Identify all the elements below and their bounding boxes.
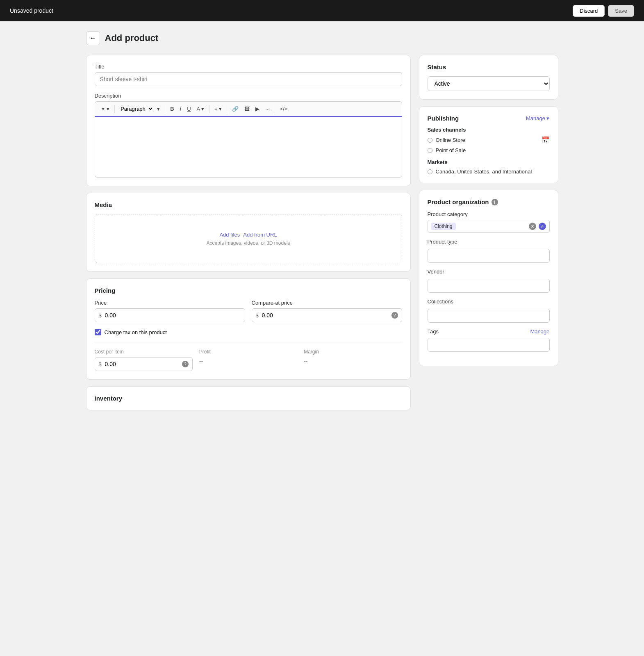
bold-button[interactable]: B [168, 104, 176, 114]
topbar-title: Unsaved product [10, 7, 53, 14]
description-section: Description ✦ ▾ Paragraph ▾ B I U A ▾ [95, 93, 402, 178]
remove-icon: ✕ [529, 223, 536, 230]
discard-button[interactable]: Discard [573, 5, 605, 17]
image-button[interactable]: 🖼 [242, 104, 252, 114]
calendar-icon[interactable]: 📅 [542, 136, 550, 144]
ai-toolbar-button[interactable]: ✦ ▾ [98, 104, 112, 114]
toolbar-divider-2 [165, 105, 165, 113]
compare-price-field: Compare-at price $ ? [252, 300, 402, 322]
italic-button[interactable]: I [177, 104, 184, 114]
pos-radio [428, 148, 432, 153]
price-wrap: $ [95, 308, 245, 322]
cost-prefix: $ [99, 361, 102, 367]
product-category-label: Product category [428, 211, 550, 217]
code-button[interactable]: </> [278, 105, 289, 114]
page-title: Add product [105, 33, 159, 43]
charge-tax-row: Charge tax on this product [95, 329, 402, 335]
cost-row: Cost per item $ ? Profit -- Margin -- [95, 349, 402, 371]
publishing-manage-button[interactable]: Manage ▾ [526, 115, 550, 121]
media-links: Add files Add from URL [219, 232, 277, 238]
cost-field: Cost per item $ ? [95, 349, 193, 371]
pos-label: Point of Sale [436, 147, 466, 153]
product-category-field: Product category Clothing ✕ ✓ [428, 211, 550, 233]
org-title: Product organization [428, 198, 489, 205]
save-button[interactable]: Save [608, 5, 634, 17]
sales-channels-label: Sales channels [428, 127, 550, 133]
paragraph-select[interactable]: Paragraph [117, 105, 154, 113]
title-label: Title [95, 64, 402, 70]
topbar-actions: Discard Save [573, 5, 634, 17]
price-input[interactable] [95, 308, 245, 322]
product-org-card: Product organization i Product category … [419, 190, 558, 366]
vendor-input[interactable] [428, 279, 550, 293]
compare-help-icon[interactable]: ? [391, 312, 398, 319]
video-button[interactable]: ▶ [253, 104, 262, 114]
org-title-row: Product organization i [428, 198, 550, 205]
profit-value: -- [199, 358, 297, 364]
toolbar-divider-5 [275, 105, 275, 113]
category-remove-button[interactable]: ✕ [529, 223, 536, 230]
cost-label: Cost per item [95, 349, 193, 355]
org-info-icon[interactable]: i [492, 199, 498, 205]
online-store-radio [428, 138, 432, 143]
category-tag: Clothing [431, 223, 456, 230]
category-confirm-button[interactable]: ✓ [539, 223, 546, 230]
toolbar-dropdown-btn[interactable]: ▾ [155, 104, 162, 114]
status-select[interactable]: Active Draft [428, 76, 550, 91]
tags-label: Tags [428, 328, 439, 335]
media-card: Media Add files Add from URL Accepts ima… [86, 193, 411, 272]
cost-help-icon[interactable]: ? [182, 361, 189, 367]
tags-field: Tags Manage [428, 328, 550, 352]
add-from-url-button[interactable]: Add from URL [243, 232, 277, 238]
left-column: Title Description ✦ ▾ Paragraph ▾ B [86, 55, 411, 410]
tags-header: Tags Manage [428, 328, 550, 335]
pos-channel: Point of Sale [428, 147, 550, 153]
vendor-field: Vendor [428, 269, 550, 293]
category-input-wrap[interactable]: Clothing ✕ ✓ [428, 220, 550, 233]
more-button[interactable]: ··· [263, 104, 272, 114]
inventory-card: Inventory [86, 386, 411, 410]
confirm-icon: ✓ [539, 223, 546, 230]
compare-price-input[interactable] [252, 308, 402, 322]
topbar: Unsaved product Discard Save [0, 0, 644, 21]
vendor-label: Vendor [428, 269, 550, 275]
compare-label: Compare-at price [252, 300, 402, 306]
align-button[interactable]: ≡ ▾ [212, 104, 224, 114]
title-input[interactable] [95, 72, 402, 86]
status-card: Status Active Draft [419, 55, 558, 100]
inventory-title: Inventory [95, 395, 402, 402]
description-label: Description [95, 93, 402, 99]
pricing-title: Pricing [95, 287, 402, 294]
product-type-input[interactable] [428, 249, 550, 263]
tags-manage-button[interactable]: Manage [530, 328, 550, 335]
media-title: Media [95, 201, 402, 208]
tags-input[interactable] [428, 338, 550, 352]
add-files-button[interactable]: Add files [219, 232, 240, 238]
margin-label: Margin [304, 349, 402, 355]
description-editor[interactable] [95, 116, 402, 178]
collections-label: Collections [428, 298, 550, 305]
collections-input[interactable] [428, 309, 550, 323]
media-dropzone[interactable]: Add files Add from URL Accepts images, v… [95, 214, 402, 263]
compare-prefix: $ [256, 312, 259, 319]
publishing-header: Publishing Manage ▾ [428, 115, 550, 122]
charge-tax-checkbox[interactable] [95, 329, 101, 335]
margin-field: Margin -- [304, 349, 402, 371]
link-button[interactable]: 🔗 [230, 104, 241, 114]
right-panel: Status Active Draft Publishing Manage ▾ … [419, 55, 558, 373]
online-store-label: Online Store [436, 137, 465, 143]
pricing-row: Price $ Compare-at price $ ? [95, 300, 402, 322]
underline-button[interactable]: U [184, 104, 193, 114]
profit-field: Profit -- [199, 349, 297, 371]
category-actions: ✕ ✓ [529, 223, 546, 230]
cost-wrap: $ ? [95, 357, 193, 371]
market-radio [428, 169, 432, 174]
product-type-field: Product type [428, 239, 550, 263]
cost-input[interactable] [95, 357, 193, 371]
status-title: Status [428, 64, 550, 71]
text-color-button[interactable]: A ▾ [194, 104, 207, 114]
collections-field: Collections [428, 298, 550, 323]
back-button[interactable]: ← [86, 31, 100, 45]
online-store-channel: Online Store 📅 [428, 136, 550, 144]
pricing-card: Pricing Price $ Compare-at price $ [86, 278, 411, 380]
